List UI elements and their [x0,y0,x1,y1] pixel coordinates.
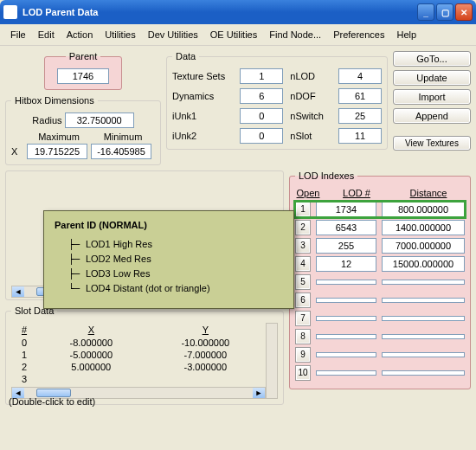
field-nswitch[interactable]: 25 [338,108,382,124]
lod-id-8[interactable] [316,334,376,339]
menu-action[interactable]: Action [61,28,99,42]
parent-id-field[interactable]: 1746 [57,68,109,84]
data-group: Data Texture Sets 1 nLOD 4 Dynamics 6 nD… [166,51,388,150]
window-title: LOD Parent Data [23,7,417,17]
label-ndof: nDOF [290,91,331,101]
field-dynamics[interactable]: 6 [240,88,283,104]
minimize-button[interactable]: _ [417,3,434,21]
label-nslot: nSlot [290,131,331,141]
lod-dist-9[interactable] [382,352,465,357]
min-label: Minimum [93,132,153,142]
title-bar: LOD Parent Data _ ▢ ✕ [0,0,476,24]
lod-id-2[interactable]: 6543 [316,220,376,235]
label-texture-sets: Texture Sets [172,71,233,81]
slot-table: # X Y 0-8.000000-10.000000 1-5.000000-7.… [11,323,266,385]
slot-row[interactable]: 0-8.000000-10.000000 [11,337,266,349]
import-button[interactable]: Import [393,89,471,105]
field-ndof[interactable]: 61 [338,88,382,104]
lod-dist-7[interactable] [382,316,465,321]
lod-dist-10[interactable] [382,370,465,376]
x-axis-label: X [11,146,23,157]
tooltip-item: LOD1 High Res [68,237,283,252]
menu-utilities[interactable]: Utilities [100,28,140,42]
lod-dist-1[interactable]: 800.000000 [382,202,465,217]
slot-row[interactable]: 3 [11,373,266,385]
lod-id-10[interactable] [316,370,376,376]
x-min-field[interactable]: -16.405985 [91,144,151,159]
app-icon [3,5,17,19]
slot-row[interactable]: 25.000000-3.000000 [11,361,266,373]
lod-id-4[interactable]: 12 [316,256,376,272]
lod-id-6[interactable] [316,298,376,303]
lod-open-3[interactable]: 3 [295,238,311,254]
menu-preferences[interactable]: Preferences [328,28,389,42]
lod-open-4[interactable]: 4 [295,256,311,272]
view-textures-button[interactable]: View Textures [393,136,471,151]
field-texture-sets[interactable]: 1 [240,68,283,84]
tooltip-item: LOD3 Low Res [68,267,283,281]
parent-group: Parent 1746 [44,51,122,90]
append-button[interactable]: Append [393,108,471,124]
slot-vscroll[interactable] [266,323,278,399]
lod-dist-5[interactable] [382,280,465,285]
label-iunk2: iUnk2 [172,131,233,141]
field-iunk2[interactable]: 0 [240,128,283,144]
slot-col-x: X [37,323,145,337]
tooltip-item: LOD4 Distant (dot or triangle) [68,281,283,296]
menu-file[interactable]: File [5,28,31,42]
lod-open-1[interactable]: 1 [295,202,311,217]
lod-indexes-legend: LOD Indexes [295,170,357,181]
radius-field[interactable]: 32.750000 [65,112,134,128]
lod-open-2[interactable]: 2 [295,220,311,235]
label-nswitch: nSwitch [290,111,331,121]
update-button[interactable]: Update [393,70,471,86]
max-label: Maximum [29,132,89,142]
tooltip-panel: Parent ID (NORMAL) LOD1 High Res LOD2 Me… [43,210,294,309]
lod-open-10[interactable]: 10 [295,365,311,381]
slot-row[interactable]: 1-5.000000-7.000000 [11,349,266,361]
lod-id-3[interactable]: 255 [316,238,376,254]
lod-id-5[interactable] [316,280,376,285]
lod-id-9[interactable] [316,352,376,357]
lod-col-num: LOD # [326,188,387,198]
lod-dist-2[interactable]: 1400.000000 [382,220,465,235]
hitbox-group: Hitbox Dimensions Radius 32.750000 Maxim… [5,95,161,165]
menu-edit[interactable]: Edit [33,28,60,42]
goto-button[interactable]: GoTo... [393,51,471,67]
status-hint: (Double-click to edit) [9,396,95,407]
tooltip-item: LOD2 Med Res [68,252,283,267]
lod-open-8[interactable]: 8 [295,329,311,344]
lod-indexes-group: LOD Indexes Open LOD # Distance 1 1734 8… [289,170,471,389]
menu-bar: File Edit Action Utilities Dev Utilities… [0,24,476,46]
field-nslot[interactable]: 11 [338,128,382,144]
lod-open-7[interactable]: 7 [295,311,311,326]
lod-open-9[interactable]: 9 [295,347,311,363]
x-max-field[interactable]: 19.715225 [27,144,87,159]
lod-open-5[interactable]: 5 [295,274,311,290]
maximize-button[interactable]: ▢ [436,3,453,21]
lod-dist-8[interactable] [382,334,465,339]
label-dynamics: Dynamics [172,91,233,101]
lod-dist-3[interactable]: 7000.000000 [382,238,465,254]
menu-oe-utilities[interactable]: OE Utilities [205,28,262,42]
lod-col-dist: Distance [392,188,465,198]
data-legend: Data [172,51,199,61]
field-nlod[interactable]: 4 [338,68,382,84]
slot-col-n: # [11,323,37,337]
parent-legend: Parent [66,51,100,61]
menu-dev-utilities[interactable]: Dev Utilities [143,28,203,42]
menu-help[interactable]: Help [391,28,421,42]
lod-dist-4[interactable]: 15000.000000 [382,256,465,272]
lod-id-7[interactable] [316,316,376,321]
lod-id-1[interactable]: 1734 [316,202,376,217]
slot-data-group: Slot Data # X Y 0-8.000000-10.000000 1-5… [5,305,284,405]
field-iunk1[interactable]: 0 [240,108,283,124]
lod-open-6[interactable]: 6 [295,292,311,308]
slot-col-y: Y [145,323,266,337]
close-button[interactable]: ✕ [455,3,473,21]
menu-find-node[interactable]: Find Node... [264,28,326,42]
hitbox-legend: Hitbox Dimensions [11,95,98,106]
radius-label: Radius [32,115,61,125]
lod-col-open: Open [295,188,321,198]
lod-dist-6[interactable] [382,298,465,303]
